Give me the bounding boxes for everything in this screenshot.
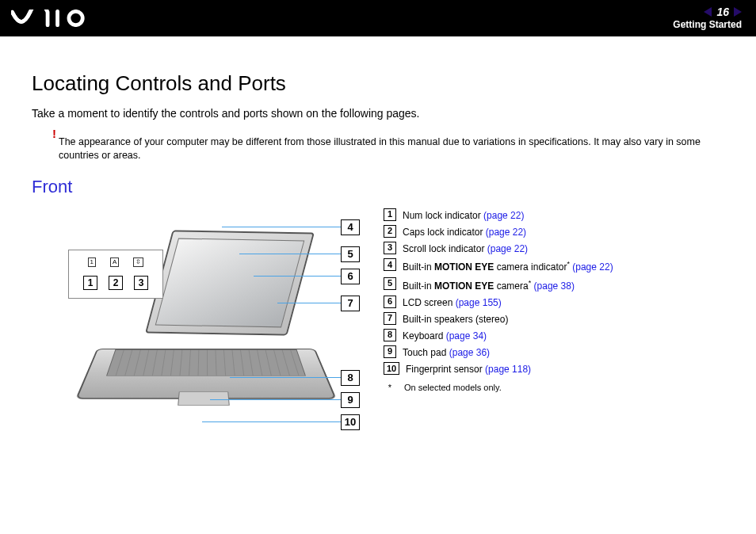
vaio-logo bbox=[11, 10, 87, 27]
legend-row: 9Touch pad (page 36) bbox=[384, 345, 613, 360]
legend-num: 8 bbox=[384, 329, 396, 341]
page-title: Locating Controls and Ports bbox=[32, 71, 724, 96]
callout-num-10: 10 bbox=[341, 414, 360, 430]
callout-num-7: 7 bbox=[341, 296, 360, 311]
legend-row: 6LCD screen (page 155) bbox=[384, 296, 613, 311]
legend-num: 9 bbox=[384, 345, 396, 358]
legend-num: 4 bbox=[384, 258, 396, 271]
page-ref-link[interactable]: (page 34) bbox=[446, 330, 487, 341]
legend-text: Num lock indicator (page 22) bbox=[403, 208, 524, 223]
page-ref-link[interactable]: (page 36) bbox=[449, 347, 490, 358]
legend-num: 6 bbox=[384, 296, 396, 308]
callout-num-9: 9 bbox=[341, 392, 360, 408]
callout-num-5: 5 bbox=[341, 246, 360, 262]
indicator-inset: 1 A ⇳ 1 2 3 bbox=[68, 250, 163, 299]
callout-6: 6 bbox=[254, 269, 361, 284]
header-bar: 16 Getting Started bbox=[0, 0, 756, 36]
legend-row: 10Fingerprint sensor (page 118) bbox=[384, 362, 613, 377]
front-diagram: 1 A ⇳ 1 2 3 4 5 6 bbox=[32, 204, 365, 441]
legend-num: 1 bbox=[384, 208, 396, 221]
footnote-text: On selected models only. bbox=[404, 381, 502, 395]
legend-text: Keyboard (page 34) bbox=[403, 329, 487, 344]
callout-5: 5 bbox=[239, 246, 361, 262]
inset-num-3: 3 bbox=[134, 276, 148, 290]
legend-num: 2 bbox=[384, 225, 396, 238]
legend-row: 8Keyboard (page 34) bbox=[384, 329, 613, 344]
note-block: ! The appearance of your computer may be… bbox=[59, 135, 708, 162]
lock-icon-1: 1 bbox=[88, 257, 96, 267]
legend-num: 5 bbox=[384, 277, 396, 290]
page-content: Locating Controls and Ports Take a momen… bbox=[0, 36, 756, 441]
callout-4: 4 bbox=[222, 219, 361, 235]
legend-text: Built-in speakers (stereo) bbox=[403, 312, 508, 327]
page-ref-link[interactable]: (page 22) bbox=[483, 210, 524, 221]
legend-text: Scroll lock indicator (page 22) bbox=[403, 242, 528, 257]
intro-text: Take a moment to identify the controls a… bbox=[32, 107, 724, 120]
nav-next-icon[interactable] bbox=[734, 7, 742, 17]
inset-num-2: 2 bbox=[109, 276, 123, 290]
legend-row: 4Built-in MOTION EYE camera indicator* (… bbox=[384, 258, 613, 275]
callout-num-4: 4 bbox=[341, 219, 360, 235]
note-mark-icon: ! bbox=[52, 126, 56, 142]
callout-8: 8 bbox=[230, 370, 361, 386]
legend-row: 5Built-in MOTION EYE camera* (page 38) bbox=[384, 277, 613, 294]
legend-text: Fingerprint sensor (page 118) bbox=[406, 362, 531, 377]
callout-num-6: 6 bbox=[341, 269, 360, 284]
nav-prev-icon[interactable] bbox=[704, 7, 712, 17]
page-number: 16 bbox=[716, 5, 729, 19]
footnote-mark: * bbox=[384, 381, 396, 395]
page-ref-link[interactable]: (page 38) bbox=[531, 280, 575, 292]
page-ref-link[interactable]: (page 155) bbox=[456, 297, 502, 308]
legend-row: 1Num lock indicator (page 22) bbox=[384, 208, 613, 223]
footnote: *On selected models only. bbox=[384, 381, 613, 395]
svg-point-1 bbox=[69, 11, 82, 25]
legend-num: 7 bbox=[384, 312, 396, 325]
page-ref-link[interactable]: (page 22) bbox=[486, 227, 526, 238]
page-ref-link[interactable]: (page 118) bbox=[485, 364, 531, 375]
page-ref-link[interactable]: (page 22) bbox=[570, 261, 613, 273]
legend-text: LCD screen (page 155) bbox=[403, 296, 502, 311]
subheading-front: Front bbox=[32, 177, 724, 197]
callout-9: 9 bbox=[210, 392, 361, 408]
legend-row: 2Caps lock indicator (page 22) bbox=[384, 225, 613, 240]
callout-num-8: 8 bbox=[341, 370, 360, 386]
legend-num: 3 bbox=[384, 242, 396, 254]
legend-row: 3Scroll lock indicator (page 22) bbox=[384, 242, 613, 257]
inset-num-1: 1 bbox=[83, 276, 97, 290]
note-text: The appearance of your computer may be d… bbox=[59, 136, 701, 161]
legend-text: Built-in MOTION EYE camera indicator* (p… bbox=[403, 258, 613, 275]
lock-icon-a: A bbox=[110, 257, 119, 267]
callout-7: 7 bbox=[277, 296, 361, 311]
section-name: Getting Started bbox=[673, 19, 742, 32]
lock-icon-scroll: ⇳ bbox=[133, 257, 143, 267]
legend-text: Touch pad (page 36) bbox=[403, 345, 490, 360]
header-right: 16 Getting Started bbox=[673, 5, 742, 32]
legend-num: 10 bbox=[384, 362, 399, 375]
legend-list: 1Num lock indicator (page 22)2Caps lock … bbox=[384, 204, 613, 395]
callout-10: 10 bbox=[202, 414, 361, 430]
legend-text: Caps lock indicator (page 22) bbox=[403, 225, 526, 240]
legend-text: Built-in MOTION EYE camera* (page 38) bbox=[403, 277, 575, 294]
page-ref-link[interactable]: (page 22) bbox=[487, 243, 528, 254]
legend-row: 7Built-in speakers (stereo) bbox=[384, 312, 613, 327]
